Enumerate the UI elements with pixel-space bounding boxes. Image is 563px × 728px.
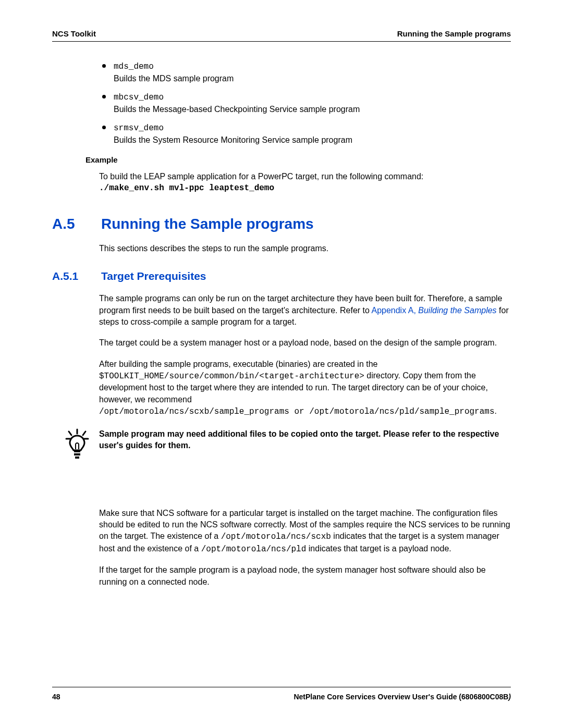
header-right: Running the Sample programs [397, 29, 511, 38]
footer-rule [52, 687, 511, 687]
para-prereq-4: Make sure that NCS software for a partic… [99, 508, 511, 556]
code-desc: Builds the System Resource Monitoring Se… [114, 135, 352, 144]
spacer [99, 476, 511, 508]
svg-line-2 [83, 431, 85, 435]
page-header: NCS Toolkit Running the Sample programs [52, 29, 511, 38]
list-item: mbcsv_demo Builds the Message-based Chec… [99, 91, 511, 115]
list-item: srmsv_demo Builds the System Resource Mo… [99, 122, 511, 145]
para-prereq-2: The target could be a system manager hos… [99, 337, 511, 349]
section-intro: This sections describes the steps to run… [99, 243, 511, 254]
svg-rect-5 [74, 450, 80, 452]
subsection-title: Target Prerequisites [101, 270, 206, 282]
subsection-number: A.5.1 [52, 270, 87, 282]
example-command: ./make_env.sh mvl-ppc leaptest_demo [99, 183, 511, 193]
page-number: 48 [52, 693, 60, 701]
header-rule [52, 41, 511, 42]
svg-rect-6 [74, 453, 80, 455]
page-footer: 48 NetPlane Core Services Overview User'… [52, 687, 511, 701]
code-name: mds_demo [114, 62, 154, 71]
subsection-heading-a51: A.5.1 Target Prerequisites [52, 270, 511, 282]
header-left: NCS Toolkit [52, 29, 96, 38]
list-item: mds_demo Builds the MDS sample program [99, 60, 511, 84]
tip-text: Sample program may need additional files… [99, 428, 511, 452]
tip-block: Sample program may need additional files… [65, 428, 511, 462]
xref-building-samples[interactable]: Building the Samples [418, 306, 496, 315]
path-recommended: /opt/motorola/ncs/scxb/sample_programs o… [99, 407, 495, 416]
para-prereq-3: After building the sample programs, exec… [99, 359, 511, 418]
code-name: mbcsv_demo [114, 93, 164, 102]
svg-rect-7 [75, 456, 79, 459]
code-name: srmsv_demo [114, 124, 164, 133]
section-heading-a5: A.5 Running the Sample programs [52, 216, 511, 232]
lightbulb-icon [65, 428, 90, 462]
doc-id: NetPlane Core Services Overview User's G… [293, 693, 511, 701]
code-desc: Builds the MDS sample program [114, 74, 234, 83]
example-heading: Example [85, 155, 511, 164]
example-intro: To build the LEAP sample application for… [99, 170, 511, 182]
svg-line-1 [69, 431, 71, 435]
code-desc: Builds the Message-based Checkpointing S… [114, 105, 360, 114]
section-title: Running the Sample programs [101, 216, 314, 232]
path-toolkit-bin: $TOOLKIT_HOME/source/common/bin/<target-… [99, 372, 364, 381]
path-pld: /opt/motorola/ncs/pld [201, 545, 307, 554]
xref-appendix[interactable]: Appendix A, [371, 306, 418, 315]
path-scxb: /opt/motorola/ncs/scxb [221, 532, 331, 541]
section-number: A.5 [52, 216, 83, 232]
para-prereq-5: If the target for the sample program is … [99, 564, 511, 588]
demo-list: mds_demo Builds the MDS sample program m… [99, 60, 511, 146]
para-prereq-1: The sample programs can only be run on t… [99, 293, 511, 328]
